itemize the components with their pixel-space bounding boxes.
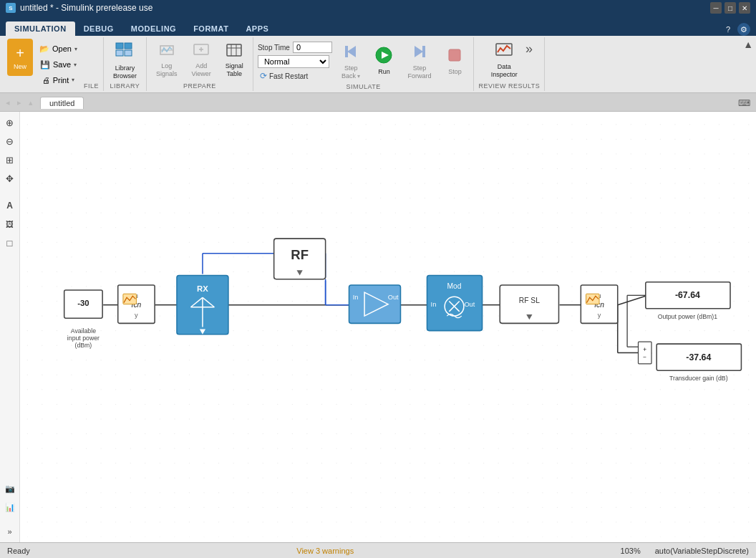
maximize-button[interactable]: □ xyxy=(724,2,736,14)
svg-rect-46 xyxy=(123,294,137,304)
save-label: Save xyxy=(53,60,71,69)
tab-format[interactable]: FORMAT xyxy=(185,21,237,36)
log-signals-button[interactable]: LogSignals xyxy=(151,41,183,80)
stop-button[interactable]: Stop xyxy=(440,42,469,80)
ready-status: Ready xyxy=(7,547,30,555)
camera-button[interactable]: 📷 xyxy=(2,481,18,496)
main-content: ⊕ ⊖ ⊞ ✥ A 🖼 □ 📷 📊 » xyxy=(0,112,756,542)
image-tool-button[interactable]: 🖼 xyxy=(2,216,18,232)
step-forward-button[interactable]: StepForward xyxy=(402,42,436,80)
open-icon: 📂 xyxy=(39,44,49,54)
up-nav-button[interactable]: ▴ xyxy=(26,97,36,109)
signal-table-button[interactable]: SignalTable xyxy=(220,41,248,80)
text-tool-button[interactable]: A xyxy=(2,198,18,213)
print-dropdown-arrow: ▾ xyxy=(72,77,74,83)
more-results-button[interactable]: » xyxy=(525,42,533,57)
new-button[interactable]: + New xyxy=(7,39,33,76)
zoom-level: 103% xyxy=(621,547,641,555)
new-label: New xyxy=(14,63,26,70)
canvas[interactable]: -30 Available input power (dBm) u fcn y … xyxy=(20,112,756,542)
ribbon-tabs: SIMULATION DEBUG MODELING FORMAT APPS ? … xyxy=(0,16,756,36)
print-label: Print xyxy=(53,76,69,85)
ribbon-section-file: + New 📂 Open ▾ 💾 Save ▾ 🖨 Print ▾ FILE xyxy=(3,37,104,91)
step-back-label: StepBack ▾ xyxy=(341,64,361,80)
add-viewer-button[interactable]: AddViewer xyxy=(186,41,215,80)
library-browser-label: LibraryBrowser xyxy=(113,64,137,80)
data-inspector-icon xyxy=(495,41,513,62)
zoom-in-button[interactable]: ⊕ xyxy=(2,115,18,130)
svg-text:(dBm): (dBm) xyxy=(75,342,92,349)
svg-rect-69 xyxy=(586,294,600,304)
pan-button[interactable]: ✥ xyxy=(2,170,18,186)
svg-text:Out: Out xyxy=(388,294,399,301)
warnings-link[interactable]: View 3 warnings xyxy=(296,547,354,555)
svg-text:RF    SL: RF SL xyxy=(519,297,540,304)
forward-nav-button[interactable]: ▸ xyxy=(14,97,24,109)
minimize-button[interactable]: ─ xyxy=(710,2,722,14)
library-browser-button[interactable]: LibraryBrowser xyxy=(108,41,142,80)
step-back-icon xyxy=(341,42,360,63)
help-button[interactable]: ? xyxy=(722,23,735,36)
run-label: Run xyxy=(378,68,390,76)
svg-text:-67.64: -67.64 xyxy=(675,290,700,300)
svg-text:In: In xyxy=(353,294,359,301)
new-icon: + xyxy=(16,45,24,62)
keyboard-button[interactable]: ⌨ xyxy=(735,97,753,110)
save-button[interactable]: 💾 Save ▾ xyxy=(37,58,80,72)
svg-marker-13 xyxy=(347,46,356,57)
tab-debug[interactable]: DEBUG xyxy=(75,21,122,36)
log-signals-label: LogSignals xyxy=(156,62,178,78)
rect-tool-button[interactable]: □ xyxy=(2,235,18,251)
tab-modeling[interactable]: MODELING xyxy=(122,21,185,36)
app-icon: S xyxy=(6,3,16,13)
step-back-button[interactable]: StepBack ▾ xyxy=(336,42,366,80)
save-icon: 💾 xyxy=(40,60,50,69)
doc-tab-untitled[interactable]: untitled xyxy=(40,97,84,109)
open-button[interactable]: 📂 Open ▾ xyxy=(36,42,81,56)
print-icon: 🖨 xyxy=(42,76,50,85)
svg-rect-1 xyxy=(125,43,132,49)
document-tabs: ◂ ▸ ▴ untitled ⌨ xyxy=(0,93,756,112)
svg-rect-3 xyxy=(125,50,132,56)
library-icon xyxy=(115,40,135,63)
tab-simulation[interactable]: SIMULATION xyxy=(6,21,75,36)
run-button[interactable]: Run xyxy=(369,42,398,80)
svg-text:+: + xyxy=(643,347,646,353)
data-inspector-button[interactable]: DataInspector xyxy=(486,41,523,80)
simulate-section-label: SIMULATE xyxy=(346,82,380,90)
settings-button[interactable]: ⚙ xyxy=(737,23,750,36)
fast-restart-button[interactable]: ⟳ Fast Restart xyxy=(258,70,332,82)
status-bar: Ready View 3 warnings 103% auto(Variable… xyxy=(0,542,756,558)
stop-time-area: Stop Time Normal Accelerator Rapid Accel… xyxy=(258,42,332,82)
ribbon-section-prepare: LogSignals AddViewer xyxy=(147,37,253,91)
ribbon-toolbar: + New 📂 Open ▾ 💾 Save ▾ 🖨 Print ▾ FILE xyxy=(0,36,756,93)
amplifier-block[interactable] xyxy=(349,285,401,323)
svg-text:RF: RF xyxy=(291,247,309,262)
chart-button[interactable]: 📊 xyxy=(2,499,18,515)
fit-all-button[interactable]: ⊞ xyxy=(2,152,18,168)
mode-select[interactable]: Normal Accelerator Rapid Accelerator xyxy=(258,55,329,68)
close-button[interactable]: ✕ xyxy=(739,2,750,14)
zoom-out-button[interactable]: ⊖ xyxy=(2,133,18,149)
log-signals-icon xyxy=(158,42,175,61)
prepare-section-label: PREPARE xyxy=(183,81,216,90)
open-label: Open xyxy=(52,44,72,53)
svg-text:Available: Available xyxy=(71,327,96,335)
back-nav-button[interactable]: ◂ xyxy=(3,97,13,109)
title-bar: S untitled * - Simulink prerelease use ─… xyxy=(0,0,756,16)
tab-apps[interactable]: APPS xyxy=(237,21,277,36)
library-section-label: LIBRARY xyxy=(110,81,140,90)
open-dropdown-arrow: ▾ xyxy=(74,46,77,52)
svg-text:-30: -30 xyxy=(77,299,89,307)
svg-text:Transducer gain (dB): Transducer gain (dB) xyxy=(669,375,728,382)
svg-rect-9 xyxy=(227,44,241,56)
window-title: untitled * - Simulink prerelease use xyxy=(20,3,152,13)
svg-text:Out: Out xyxy=(464,301,475,308)
stop-time-input[interactable] xyxy=(293,42,332,53)
ribbon-collapse-button[interactable]: ▲ xyxy=(743,39,753,50)
stop-time-label: Stop Time xyxy=(258,44,290,52)
signal-table-icon xyxy=(226,42,243,61)
expand-left-button[interactable]: » xyxy=(2,524,18,539)
stop-icon xyxy=(445,46,464,67)
print-button[interactable]: 🖨 Print ▾ xyxy=(39,74,79,87)
